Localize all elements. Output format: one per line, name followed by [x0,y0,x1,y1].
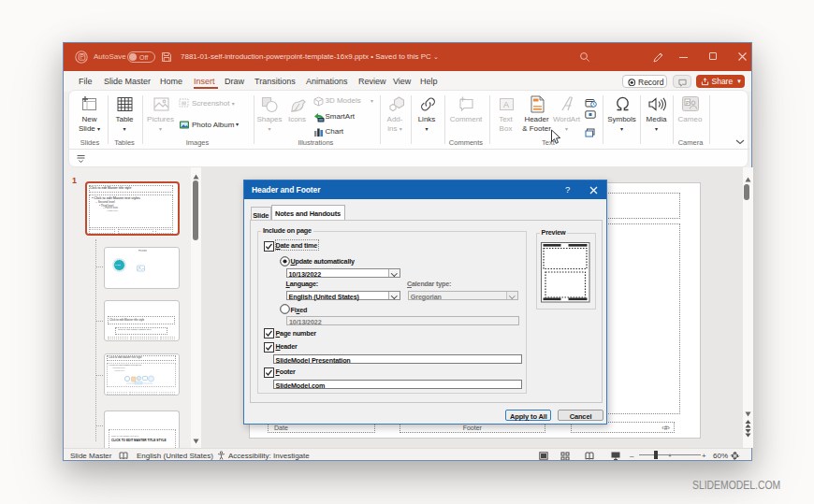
svg-text:P: P [686,100,690,106]
svg-text:A: A [503,100,509,109]
svg-text:P: P [80,53,84,60]
